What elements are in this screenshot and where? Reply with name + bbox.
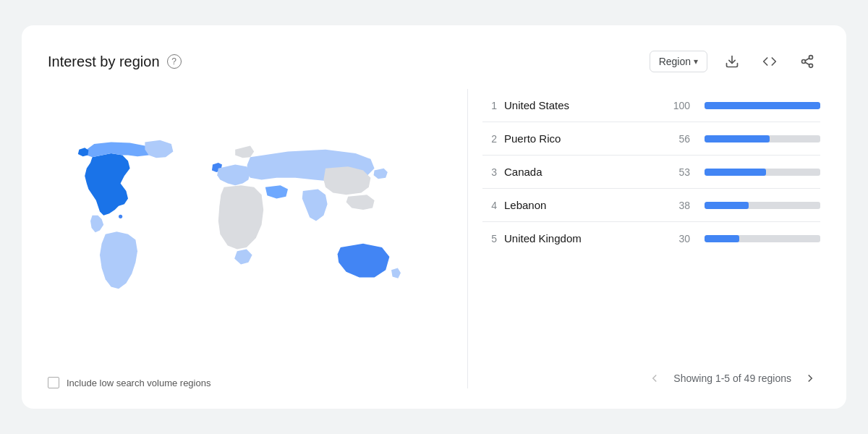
rank-bar-container xyxy=(705,235,820,242)
world-map xyxy=(62,113,438,344)
south-africa-shape xyxy=(234,250,252,265)
chevron-left-icon xyxy=(648,372,661,385)
next-page-button[interactable] xyxy=(800,368,820,388)
header-left: Interest by region ? xyxy=(48,54,182,70)
rank-bar-container xyxy=(705,102,820,109)
share-button[interactable] xyxy=(794,48,820,75)
low-volume-checkbox[interactable] xyxy=(48,377,59,388)
rank-score-value: 56 xyxy=(667,133,690,145)
rank-score-value: 30 xyxy=(667,233,690,244)
alaska-shape xyxy=(78,148,89,156)
rank-bar-fill xyxy=(705,135,770,142)
rank-row-5: 5 United Kingdom 30 xyxy=(482,222,820,255)
rank-row-3: 3 Canada 53 xyxy=(482,156,820,189)
dropdown-label: Region xyxy=(659,56,691,67)
share-icon xyxy=(800,54,814,69)
rank-number: 1 xyxy=(482,100,497,111)
puerto-rico-shape xyxy=(119,215,122,218)
rank-bar-fill xyxy=(705,202,749,209)
rank-number: 3 xyxy=(482,166,497,178)
india-shape xyxy=(302,189,328,221)
nz-shape xyxy=(391,268,401,278)
mexico-shape xyxy=(90,216,103,232)
code-icon xyxy=(762,54,777,69)
rank-country-name: United Kingdom xyxy=(504,232,660,244)
download-button[interactable] xyxy=(719,48,745,75)
section-title: Interest by region xyxy=(48,54,160,70)
rank-score-value: 100 xyxy=(667,100,690,111)
rank-number: 2 xyxy=(482,133,497,145)
rank-bar-container xyxy=(705,202,820,209)
rank-score-value: 38 xyxy=(667,200,690,211)
scandinavia-shape xyxy=(235,146,254,158)
map-footer: Include low search volume regions xyxy=(48,377,453,388)
japan-shape xyxy=(374,169,388,179)
svg-line-4 xyxy=(805,62,809,64)
help-icon[interactable]: ? xyxy=(167,54,182,69)
australia-shape xyxy=(338,244,390,278)
rank-row-4: 4 Lebanon 38 xyxy=(482,189,820,222)
card-body: Include low search volume regions 1 Unit… xyxy=(48,89,820,388)
rank-score-value: 53 xyxy=(667,166,690,178)
greenland-shape xyxy=(145,140,173,158)
south-america-shape xyxy=(100,231,137,289)
rankings-section: 1 United States 100 2 Puerto Rico 56 3 C… xyxy=(482,89,820,388)
rank-bar-fill xyxy=(705,169,766,176)
rank-bar-fill xyxy=(705,102,820,109)
map-container xyxy=(48,89,453,368)
rank-country-name: Canada xyxy=(504,166,660,178)
map-section: Include low search volume regions xyxy=(48,89,453,388)
w-europe-shape xyxy=(217,165,250,186)
rank-country-name: Puerto Rico xyxy=(504,132,660,145)
card-header: Interest by region ? Region ▾ xyxy=(48,48,820,75)
rankings-footer: Showing 1-5 of 49 regions xyxy=(482,361,820,388)
main-card: Interest by region ? Region ▾ xyxy=(22,25,846,409)
embed-button[interactable] xyxy=(757,48,783,75)
rank-row-2: 2 Puerto Rico 56 xyxy=(482,122,820,156)
africa-shape xyxy=(218,185,263,249)
chevron-right-icon xyxy=(804,372,817,385)
checkbox-label: Include low search volume regions xyxy=(67,378,210,388)
usa-shape xyxy=(85,153,129,216)
download-icon xyxy=(725,54,739,69)
svg-line-5 xyxy=(805,58,809,60)
middle-east-shape xyxy=(265,185,288,198)
rank-country-name: Lebanon xyxy=(504,199,660,211)
rank-number: 4 xyxy=(482,200,497,211)
region-dropdown[interactable]: Region ▾ xyxy=(650,51,707,72)
rank-number: 5 xyxy=(482,233,497,244)
header-right: Region ▾ xyxy=(650,48,820,75)
se-asia-shape xyxy=(346,195,375,210)
prev-page-button[interactable] xyxy=(644,368,665,388)
chevron-down-icon: ▾ xyxy=(694,56,698,67)
rank-row-1: 1 United States 100 xyxy=(482,89,820,122)
rank-country-name: United States xyxy=(504,99,660,111)
vertical-divider xyxy=(467,89,468,388)
rank-bar-container xyxy=(705,169,820,176)
pagination-label: Showing 1-5 of 49 regions xyxy=(673,373,791,384)
rank-bar-fill xyxy=(705,235,739,242)
rank-list: 1 United States 100 2 Puerto Rico 56 3 C… xyxy=(482,89,820,361)
rank-bar-container xyxy=(705,135,820,142)
